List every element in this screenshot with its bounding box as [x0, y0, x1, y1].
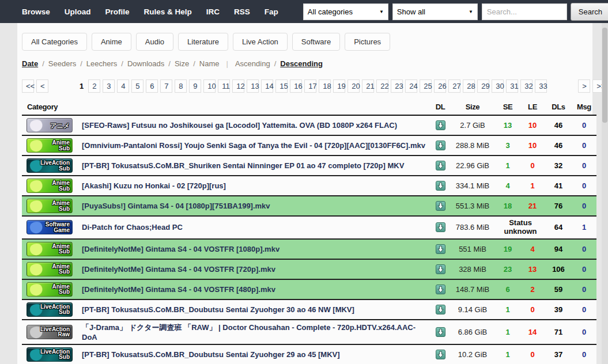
sort-field-size[interactable]: Size — [175, 59, 189, 68]
sort-order-ascending[interactable]: Ascending — [235, 59, 270, 68]
pagination-page-17[interactable]: 17 — [304, 79, 316, 93]
pagination-page-23[interactable]: 23 — [391, 79, 403, 93]
pagination-page-13[interactable]: 13 — [247, 79, 259, 93]
pagination-page-7[interactable]: 7 — [160, 79, 172, 93]
category-icon-anime-sub[interactable]: AnimeSub — [27, 242, 73, 256]
pagination-page-8[interactable]: 8 — [175, 79, 187, 93]
pagination-page-14[interactable]: 14 — [261, 79, 273, 93]
pagination-page-12[interactable]: 12 — [232, 79, 244, 93]
download-icon[interactable] — [436, 327, 445, 337]
download-icon[interactable] — [436, 201, 445, 211]
pagination-first[interactable]: << — [22, 79, 34, 93]
nav-item-profile[interactable]: Profile — [105, 7, 130, 16]
torrent-title-link[interactable]: [Omnivium-Pantaloni Rossi] Youjo Senki S… — [82, 141, 425, 150]
nav-item-upload[interactable]: Upload — [65, 7, 91, 16]
search-input[interactable] — [482, 3, 567, 20]
download-icon[interactable] — [436, 181, 445, 191]
pagination-page-3[interactable]: 3 — [103, 79, 115, 93]
pagination-page-16[interactable]: 16 — [290, 79, 302, 93]
category-icon-anime-sub[interactable]: AnimeSub — [27, 262, 73, 276]
nav-item-fap[interactable]: Fap — [265, 7, 278, 16]
vertical-scrollbar[interactable] — [602, 23, 608, 364]
category-button-live-action[interactable]: Live Action — [233, 33, 288, 51]
category-icon-liveaction-raw[interactable]: LiveActionRaw — [27, 325, 73, 339]
search-button[interactable]: Search — [571, 3, 608, 21]
category-button-literature[interactable]: Literature — [178, 33, 228, 51]
pagination-page-32[interactable]: 32 — [520, 79, 533, 93]
pagination-page-22[interactable]: 22 — [376, 79, 388, 93]
torrent-title-link[interactable]: [DefinitelyNotMe] Gintama S4 - 04 VOSTFR… — [82, 285, 275, 294]
category-button-all-categories[interactable]: All Categories — [22, 33, 87, 51]
download-icon[interactable] — [436, 222, 445, 232]
sort-field-name[interactable]: Name — [199, 59, 220, 68]
pagination-page-24[interactable]: 24 — [405, 79, 417, 93]
pagination-page-31[interactable]: 31 — [506, 79, 518, 93]
header-size[interactable]: Size — [450, 101, 496, 115]
pagination-page-11[interactable]: 11 — [218, 79, 230, 93]
pagination-page-33[interactable]: 33 — [535, 79, 547, 93]
pagination-page-4[interactable]: 4 — [117, 79, 129, 93]
category-icon-liveaction-sub[interactable]: LiveActionSub — [27, 158, 73, 173]
status-select[interactable]: Show all ▼ — [392, 3, 478, 20]
sort-order-descending[interactable]: Descending — [280, 59, 323, 68]
pagination-page-2[interactable]: 2 — [88, 79, 100, 93]
header-category[interactable]: Category — [22, 101, 77, 115]
sort-field-downloads[interactable]: Downloads — [127, 59, 164, 68]
torrent-title-link[interactable]: [PT-BR] TokusatsuS.CoM.BR_Doubutsu Senta… — [82, 305, 354, 314]
nav-item-browse[interactable]: Browse — [22, 7, 50, 16]
torrent-title-link[interactable]: [SFEO-Raws] Futsuu no Joshikousei ga [Lo… — [82, 121, 397, 130]
pagination-page-15[interactable]: 15 — [275, 79, 288, 93]
torrent-title-link[interactable]: [DefinitelyNotMe] Gintama S4 - 04 VOSTFR… — [82, 265, 275, 274]
pagination-page-27[interactable]: 27 — [448, 79, 460, 93]
category-icon-software-game[interactable]: SoftwareGame — [27, 220, 73, 234]
nav-item-irc[interactable]: IRC — [206, 7, 220, 16]
download-icon[interactable] — [436, 264, 445, 274]
nav-item-rules-help[interactable]: Rules & Help — [144, 7, 192, 16]
category-button-pictures[interactable]: Pictures — [345, 33, 390, 51]
pagination-page-21[interactable]: 21 — [362, 79, 374, 93]
pagination-page-30[interactable]: 30 — [492, 79, 504, 93]
torrent-title-link[interactable]: Di-Patch for Chaos;Head PC — [82, 223, 183, 232]
pagination-page-20[interactable]: 20 — [348, 79, 360, 93]
pagination-page-10[interactable]: 10 — [203, 79, 216, 93]
pagination-prev[interactable]: < — [36, 79, 48, 93]
category-button-software[interactable]: Software — [292, 33, 340, 51]
header-se[interactable]: SE — [496, 101, 520, 115]
category-icon-liveaction-sub[interactable]: LiveActionSub — [27, 347, 73, 362]
pagination-page-5[interactable]: 5 — [131, 79, 143, 93]
category-button-audio[interactable]: Audio — [136, 33, 173, 51]
category-icon-liveaction-sub[interactable]: LiveActionSub — [27, 302, 73, 317]
pagination-page-25[interactable]: 25 — [420, 79, 432, 93]
pagination-page-18[interactable]: 18 — [319, 79, 331, 93]
nav-item-rss[interactable]: RSS — [234, 7, 250, 16]
category-icon-anime-raw[interactable]: アニメ — [27, 118, 73, 132]
torrent-title-link[interactable]: [Akashi] Kuzu no Honkai - 02 [720p][rus] — [82, 181, 226, 190]
pagination-page-29[interactable]: 29 — [477, 79, 489, 93]
sort-field-seeders[interactable]: Seeders — [48, 59, 76, 68]
category-icon-anime-sub[interactable]: AnimeSub — [27, 199, 73, 213]
pagination-page-9[interactable]: 9 — [189, 79, 201, 93]
download-icon[interactable] — [436, 305, 445, 314]
download-icon[interactable] — [436, 161, 445, 170]
torrent-title-link[interactable]: [DefinitelyNotMe] Gintama S4 - 04 VOSTFR… — [82, 245, 280, 253]
category-icon-anime-sub[interactable]: AnimeSub — [27, 179, 73, 193]
sort-field-leechers[interactable]: Leechers — [86, 59, 117, 68]
pagination-page-28[interactable]: 28 — [463, 79, 475, 93]
pagination-next[interactable]: > — [578, 79, 590, 93]
download-icon[interactable] — [436, 350, 445, 359]
download-icon[interactable] — [436, 244, 445, 254]
category-icon-anime-sub[interactable]: AnimeSub — [27, 138, 73, 153]
download-icon[interactable] — [436, 120, 445, 130]
torrent-title-link[interactable]: [PT-BR] TokusatsuS.CoM.BR_Shuriken Senta… — [82, 161, 404, 170]
category-select[interactable]: All categories ▼ — [303, 3, 388, 20]
category-icon-anime-sub[interactable]: AnimeSub — [27, 282, 73, 297]
download-icon[interactable] — [436, 141, 445, 150]
torrent-title-link[interactable]: 「J-Drama」 ドクター調査班 「RAW」 | Doctor Chousah… — [82, 323, 416, 342]
download-icon[interactable] — [436, 285, 445, 294]
torrent-title-link[interactable]: [PT-BR] TokusatsuS.CoM.BR_Doubutsu Senta… — [82, 350, 340, 359]
header-le[interactable]: LE — [520, 101, 545, 115]
sort-field-date[interactable]: Date — [22, 59, 38, 68]
pagination-page-6[interactable]: 6 — [146, 79, 158, 93]
scrollbar-thumb[interactable] — [602, 28, 607, 123]
pagination-page-19[interactable]: 19 — [333, 79, 345, 93]
